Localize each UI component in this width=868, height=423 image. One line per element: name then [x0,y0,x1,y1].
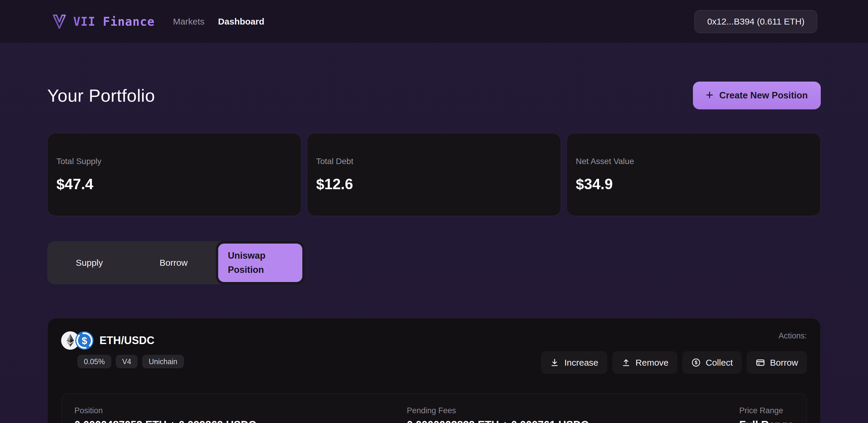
remove-button[interactable]: Remove [612,351,678,374]
stat-label: Total Supply [56,157,292,166]
create-new-position-button[interactable]: + Create New Position [693,82,821,109]
plus-icon: + [706,88,714,102]
tab-borrow[interactable]: Borrow [131,241,216,284]
tab-active-well: Uniswap Position [216,241,305,284]
detail-value: 0.0000487053 ETH + 0.099869 USDC [74,419,398,423]
usdc-token-icon: $ [75,331,94,350]
create-new-position-label: Create New Position [719,90,808,101]
svg-text:$: $ [695,360,698,365]
position-identity: $ ETH/USDC 0.05% V4 Unichain [61,331,184,368]
collect-button[interactable]: $ Collect [682,351,742,374]
navbar-left: VII Finance Markets Dashboard [51,13,264,30]
stat-value: $12.6 [316,176,552,193]
version-badge: V4 [116,355,138,368]
stat-card-net-asset-value: Net Asset Value $34.9 [566,133,821,216]
main-content: Your Portfolio + Create New Position Tot… [0,82,868,423]
pair-name: ETH/USDC [99,334,154,347]
remove-label: Remove [636,358,669,368]
fee-tier-badge: 0.05% [78,355,111,368]
borrow-button[interactable]: Borrow [747,351,807,374]
detail-value: Full Range [739,419,794,423]
stat-label: Net Asset Value [576,157,812,166]
page-title: Your Portfolio [47,85,155,106]
detail-price-range: Price Range Full Range [739,406,794,423]
download-icon [550,358,559,367]
detail-position: Position 0.0000487053 ETH + 0.099869 USD… [74,406,398,423]
detail-pending-fees: Pending Fees 0.0000003839 ETH + 0.000761… [407,406,731,423]
stat-card-total-supply: Total Supply $47.4 [47,133,302,216]
tab-uniswap-line1: Uniswap [228,249,302,263]
stat-label: Total Debt [316,157,552,166]
svg-text:$: $ [82,335,87,346]
credit-card-icon [755,358,765,367]
portfolio-stats: Total Supply $47.4 Total Debt $12.6 Net … [47,133,821,216]
actions-label: Actions: [779,331,807,341]
navbar: VII Finance Markets Dashboard 0x12...B39… [0,0,868,43]
dollar-circle-icon: $ [691,358,701,367]
borrow-label: Borrow [770,358,798,368]
nav-link-markets[interactable]: Markets [173,17,205,27]
nav-links: Markets Dashboard [173,17,264,27]
brand-logo[interactable]: VII Finance [51,13,155,30]
upload-icon [621,358,631,367]
stat-value: $47.4 [56,176,292,193]
position-badges: 0.05% V4 Unichain [78,355,184,368]
increase-label: Increase [564,358,598,368]
position-actions: Actions: Increase Remove [541,331,807,374]
detail-label: Position [74,406,398,415]
detail-label: Price Range [739,406,794,415]
position-details-panel: Position 0.0000487053 ETH + 0.099869 USD… [61,393,807,423]
tab-supply[interactable]: Supply [47,241,131,284]
pair-row: $ ETH/USDC [61,331,184,350]
actions-row: Increase Remove $ Collect [541,351,807,374]
detail-value: 0.0000003839 ETH + 0.000761 USDC [407,419,731,423]
tab-uniswap-line2: Position [228,263,302,277]
wallet-address-button[interactable]: 0x12...B394 (0.611 ETH) [694,10,817,33]
tab-uniswap-position[interactable]: Uniswap Position [218,244,302,282]
brand-wordmark: VII Finance [73,15,155,28]
detail-label: Pending Fees [407,406,731,415]
collect-label: Collect [706,358,733,368]
uniswap-position-card: $ ETH/USDC 0.05% V4 Unichain Actions: [47,318,821,423]
token-pair-icons: $ [61,331,94,350]
stat-value: $34.9 [576,176,812,193]
stat-card-total-debt: Total Debt $12.6 [307,133,561,216]
nav-link-dashboard[interactable]: Dashboard [218,17,265,27]
increase-button[interactable]: Increase [541,351,607,374]
portfolio-tabs: Supply Borrow Uniswap Position [47,241,305,284]
position-card-header: $ ETH/USDC 0.05% V4 Unichain Actions: [61,331,807,374]
chain-badge: Unichain [142,355,184,368]
vii-finance-logo-icon [51,13,68,30]
page-head: Your Portfolio + Create New Position [47,82,821,109]
